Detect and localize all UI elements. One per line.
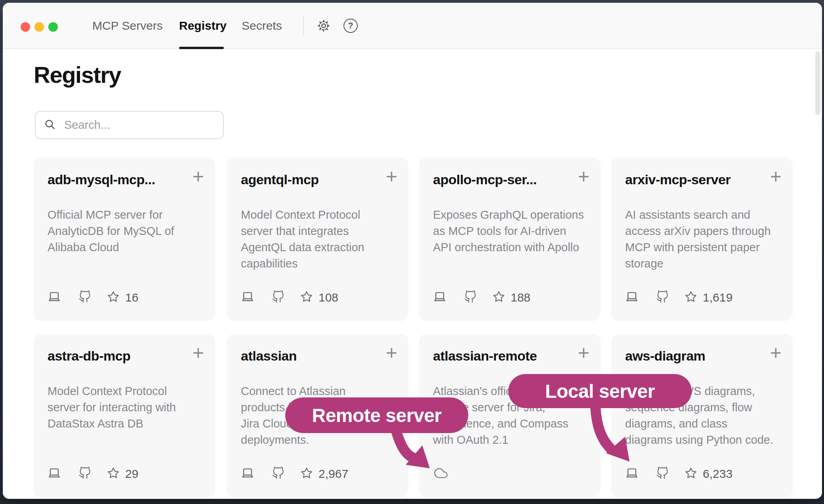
server-card-footer: 2,967 — [241, 466, 348, 481]
server-name: astra-db-mcp — [48, 348, 130, 364]
server-name: agentql-mcp — [241, 172, 319, 187]
local-server-laptop-icon — [625, 290, 639, 305]
local-server-laptop-icon — [48, 290, 61, 305]
star-icon — [300, 290, 313, 305]
star-icon — [107, 467, 120, 481]
star-icon — [685, 467, 697, 481]
star-count: 108 — [319, 291, 338, 304]
server-card-footer — [433, 466, 449, 481]
local-server-laptop-icon — [625, 466, 639, 481]
github-icon — [272, 290, 284, 305]
local-server-laptop-icon — [241, 290, 254, 305]
server-card-aws-diagram[interactable]: aws-diagram + Generate AWS diagrams,sequ… — [611, 334, 793, 497]
header-divider — [303, 15, 304, 36]
tab-registry[interactable]: Registry — [179, 3, 227, 48]
server-card-footer: 108 — [241, 290, 338, 305]
tab-mcp-servers[interactable]: MCP Servers — [92, 3, 163, 48]
server-card-footer: 29 — [48, 466, 138, 481]
close-window-button[interactable] — [21, 22, 30, 32]
github-icon — [78, 290, 91, 305]
server-description: Model Context Protocolserver that integr… — [241, 207, 364, 272]
server-name: aws-diagram — [625, 348, 705, 364]
server-name: atlassian-remote — [433, 348, 537, 364]
add-server-button[interactable]: + — [578, 166, 589, 186]
server-card-footer: 6,233 — [625, 466, 732, 481]
star-count: 1,619 — [703, 291, 732, 304]
github-icon — [78, 467, 91, 481]
help-glyph: ? — [348, 21, 353, 31]
server-card-footer: 16 — [48, 290, 138, 305]
star-count: 188 — [511, 291, 530, 304]
minimize-window-button[interactable] — [34, 22, 44, 32]
server-description: Model Context Protocolserver for interac… — [48, 383, 176, 432]
help-icon[interactable]: ? — [343, 19, 358, 33]
github-icon — [272, 467, 284, 481]
window-header: MCP Servers Registry Secrets ? — [3, 3, 822, 49]
server-card-arxiv-mcp-server[interactable]: arxiv-mcp-server + AI assistants search … — [611, 158, 793, 321]
local-server-callout-label: Local server — [545, 380, 655, 402]
add-server-button[interactable]: + — [386, 166, 397, 186]
server-description: Exposes GraphQL operationsas MCP tools f… — [433, 207, 584, 256]
add-server-button[interactable]: + — [770, 166, 782, 186]
star-count: 6,233 — [703, 467, 732, 481]
server-name: adb-mysql-mcp... — [48, 172, 155, 187]
remote-server-cloud-icon — [433, 466, 449, 481]
local-server-callout: Local server — [508, 374, 692, 408]
local-server-laptop-icon — [433, 290, 446, 305]
search-icon — [44, 118, 56, 132]
active-tab-underline — [179, 47, 224, 49]
settings-gear-icon[interactable] — [317, 19, 331, 33]
local-server-laptop-icon — [241, 466, 254, 481]
local-server-laptop-icon — [48, 466, 61, 481]
add-server-button[interactable]: + — [193, 343, 204, 363]
add-server-button[interactable]: + — [193, 166, 204, 186]
github-icon — [656, 290, 669, 305]
star-count: 29 — [125, 467, 138, 481]
add-server-button[interactable]: + — [770, 343, 782, 363]
server-name: atlassian — [241, 348, 297, 364]
tab-secrets[interactable]: Secrets — [242, 3, 282, 48]
server-description: AI assistants search andaccess arXiv pap… — [625, 207, 771, 272]
star-icon — [300, 467, 313, 481]
server-description: Official MCP server forAnalyticDB for My… — [48, 207, 174, 256]
server-card-footer: 188 — [433, 290, 530, 305]
tab-mcp-servers-label: MCP Servers — [92, 19, 163, 32]
add-server-button[interactable]: + — [386, 343, 397, 363]
server-name: apollo-mcp-ser... — [433, 172, 537, 187]
remote-server-callout: Remote server — [285, 397, 468, 433]
star-count: 16 — [125, 291, 138, 304]
remote-server-callout-label: Remote server — [312, 405, 441, 426]
server-card-astra-db-mcp[interactable]: astra-db-mcp + Model Context Protocolser… — [34, 334, 215, 497]
scrollbar-thumb[interactable] — [815, 52, 820, 115]
server-card-agentql-mcp[interactable]: agentql-mcp + Model Context Protocolserv… — [227, 158, 408, 321]
search-input[interactable] — [63, 118, 215, 132]
server-card-adb-mysql-mcp[interactable]: adb-mysql-mcp... + Official MCP server f… — [34, 158, 215, 321]
add-server-button[interactable]: + — [578, 343, 589, 363]
server-name: arxiv-mcp-server — [625, 172, 731, 187]
search-box[interactable] — [35, 111, 224, 139]
github-icon — [656, 467, 669, 481]
star-icon — [685, 290, 697, 305]
tab-registry-label: Registry — [179, 19, 227, 32]
server-card-apollo-mcp-server[interactable]: apollo-mcp-ser... + Exposes GraphQL oper… — [419, 158, 601, 321]
star-icon — [492, 290, 505, 305]
zoom-window-button[interactable] — [48, 22, 58, 32]
page-title: Registry — [34, 61, 121, 88]
server-card-footer: 1,619 — [625, 290, 732, 305]
github-icon — [464, 290, 477, 305]
tab-secrets-label: Secrets — [242, 19, 282, 32]
star-icon — [107, 290, 120, 305]
star-count: 2,967 — [319, 467, 348, 481]
